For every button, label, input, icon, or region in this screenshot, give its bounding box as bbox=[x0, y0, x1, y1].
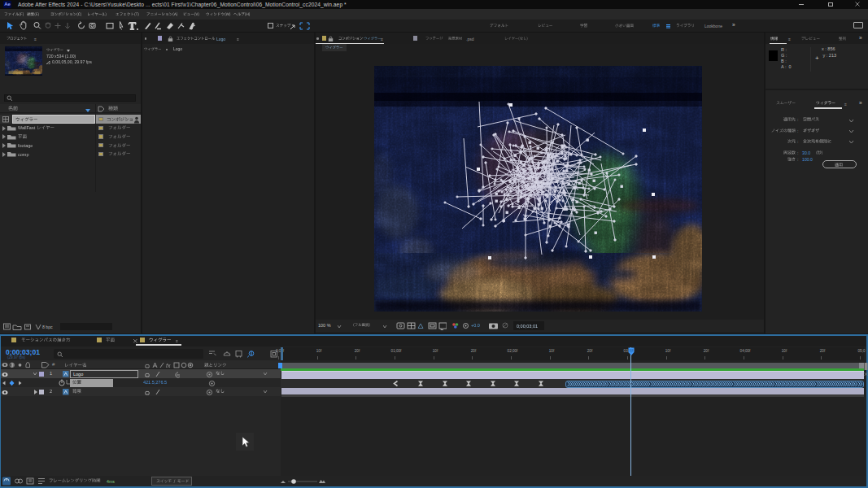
svg-text:fx: fx bbox=[166, 363, 171, 368]
